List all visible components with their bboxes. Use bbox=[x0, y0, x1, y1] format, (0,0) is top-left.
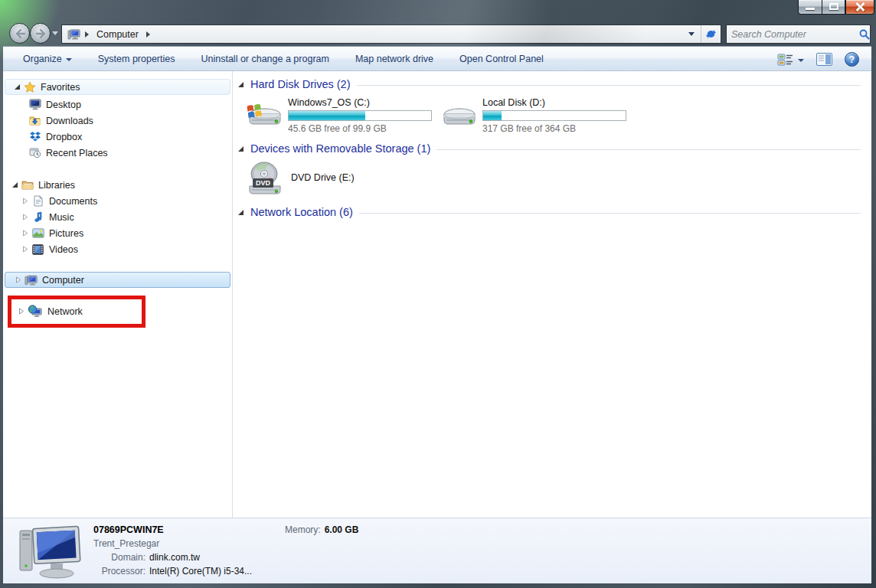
sidebar-item-recent-places[interactable]: Recent Places bbox=[28, 145, 108, 161]
forward-icon bbox=[35, 28, 47, 39]
expander-closed-icon[interactable] bbox=[21, 198, 29, 204]
close-button[interactable] bbox=[845, 0, 874, 15]
forward-button[interactable] bbox=[30, 23, 51, 44]
sidebar-label: Music bbox=[49, 212, 74, 223]
sidebar-item-dropbox[interactable]: Dropbox bbox=[28, 129, 82, 145]
views-icon bbox=[777, 53, 794, 67]
sidebar-item-computer[interactable]: Computer bbox=[5, 272, 230, 288]
map-network-drive-button[interactable]: Map network drive bbox=[348, 50, 441, 68]
sidebar-label: Favorites bbox=[41, 82, 80, 93]
music-note-icon bbox=[31, 211, 44, 224]
expander-closed-icon[interactable] bbox=[15, 276, 22, 283]
search-box bbox=[726, 24, 871, 44]
breadcrumb-segment-computer[interactable]: Computer bbox=[93, 29, 142, 40]
drive-free-space: 45.6 GB free of 99.9 GB bbox=[288, 123, 432, 134]
drive-item-d[interactable]: Local Disk (D:) 317 GB free of 364 GB bbox=[440, 97, 626, 134]
sidebar-item-videos[interactable]: Videos bbox=[21, 241, 78, 257]
expander-closed-icon[interactable] bbox=[21, 246, 29, 253]
libraries-folder-icon bbox=[21, 179, 34, 191]
annotation-red-box: Network bbox=[8, 296, 145, 328]
sidebar-item-downloads[interactable]: Downloads bbox=[28, 113, 93, 129]
drive-free-space: 317 GB free of 364 GB bbox=[482, 123, 626, 134]
group-title: Devices with Removable Storage (1) bbox=[250, 142, 430, 155]
open-control-panel-button[interactable]: Open Control Panel bbox=[452, 50, 551, 68]
window-controls bbox=[798, 0, 874, 15]
computer-owner: Trent_Prestegar bbox=[93, 538, 159, 549]
sidebar-item-documents[interactable]: Documents bbox=[21, 193, 97, 209]
desktop-icon bbox=[28, 99, 41, 111]
sidebar-item-pictures[interactable]: Pictures bbox=[21, 225, 83, 241]
group-header-removable-storage[interactable]: Devices with Removable Storage (1) bbox=[237, 142, 861, 155]
maximize-button[interactable] bbox=[822, 0, 845, 15]
organize-button[interactable]: Organize bbox=[15, 50, 80, 68]
group-title: Network Location (6) bbox=[250, 206, 353, 218]
memory-label: Memory: bbox=[285, 524, 321, 535]
help-icon: ? bbox=[849, 54, 855, 65]
group-rule bbox=[436, 149, 861, 150]
drive-item-c[interactable]: Windows7_OS (C:) 45.6 GB free of 99.9 GB bbox=[245, 97, 432, 134]
chevron-down-icon bbox=[66, 58, 72, 61]
sidebar-label: Desktop bbox=[46, 100, 81, 110]
computer-name: 07869PCWIN7E bbox=[93, 524, 164, 535]
capacity-bar bbox=[288, 110, 432, 121]
recent-pages-chevron-icon[interactable] bbox=[52, 31, 58, 35]
sidebar-item-music[interactable]: Music bbox=[21, 209, 74, 225]
expander-open-icon bbox=[237, 209, 244, 216]
sidebar-label: Documents bbox=[49, 196, 97, 207]
sidebar-label: Recent Places bbox=[46, 148, 108, 158]
sidebar-item-libraries[interactable]: Libraries bbox=[3, 177, 75, 193]
processor-label: Processor: bbox=[93, 566, 145, 577]
group-header-hard-disk-drives[interactable]: Hard Disk Drives (2) bbox=[237, 78, 861, 90]
sidebar-label: Pictures bbox=[49, 228, 83, 239]
preview-pane-button[interactable] bbox=[816, 53, 832, 66]
preview-pane-icon bbox=[816, 53, 832, 66]
expander-closed-icon[interactable] bbox=[21, 214, 29, 220]
hard-drive-icon bbox=[440, 97, 476, 129]
change-view-button[interactable] bbox=[777, 53, 804, 67]
search-input[interactable] bbox=[727, 29, 859, 40]
back-icon bbox=[15, 28, 26, 39]
search-button[interactable] bbox=[859, 29, 870, 40]
group-rule bbox=[357, 85, 861, 86]
dropbox-icon bbox=[28, 131, 41, 143]
group-rule bbox=[359, 213, 861, 214]
expander-open-icon[interactable] bbox=[11, 181, 18, 188]
minimize-icon bbox=[806, 8, 815, 10]
breadcrumb: Computer bbox=[62, 28, 682, 41]
star-icon bbox=[23, 81, 36, 93]
expander-open-icon[interactable] bbox=[13, 83, 21, 90]
sidebar-item-favorites[interactable]: Favorites bbox=[5, 79, 230, 95]
back-button[interactable] bbox=[9, 23, 30, 44]
address-dropdown-icon bbox=[688, 32, 695, 36]
dvd-drive-item[interactable]: DVD DVD Drive (E:) bbox=[245, 158, 355, 197]
organize-label: Organize bbox=[23, 54, 62, 64]
breadcrumb-arrow-icon[interactable] bbox=[146, 31, 150, 38]
domain-value: dlink.com.tw bbox=[149, 552, 200, 563]
uninstall-program-button[interactable]: Uninstall or change a program bbox=[193, 50, 336, 68]
refresh-button[interactable] bbox=[701, 25, 721, 43]
drive-name: Windows7_OS (C:) bbox=[288, 97, 432, 108]
memory-row: Memory: 6.00 GB bbox=[285, 524, 358, 535]
address-bar[interactable]: Computer bbox=[61, 24, 721, 44]
map-network-drive-label: Map network drive bbox=[355, 54, 433, 64]
expander-closed-icon[interactable] bbox=[18, 308, 25, 315]
help-button[interactable]: ? bbox=[845, 52, 859, 67]
navigation-pane: Favorites Desktop Downloads Dropbox bbox=[3, 71, 232, 518]
uninstall-label: Uninstall or change a program bbox=[201, 54, 328, 64]
address-dropdown-button[interactable] bbox=[682, 25, 701, 43]
minimize-button[interactable] bbox=[798, 0, 822, 15]
group-header-network-location[interactable]: Network Location (6) bbox=[237, 206, 861, 218]
sidebar-item-network[interactable]: Network bbox=[13, 303, 143, 319]
details-pane: 07869PCWIN7E Trent_Prestegar Domain: dli… bbox=[3, 518, 871, 583]
domain-label: Domain: bbox=[93, 552, 145, 563]
document-icon bbox=[31, 195, 44, 207]
drive-name: Local Disk (D:) bbox=[482, 97, 626, 108]
network-globe-icon bbox=[28, 305, 43, 318]
sidebar-label: Network bbox=[47, 306, 83, 317]
open-control-panel-label: Open Control Panel bbox=[459, 54, 544, 64]
expander-closed-icon[interactable] bbox=[21, 230, 29, 237]
breadcrumb-arrow-icon[interactable] bbox=[85, 31, 89, 38]
system-properties-button[interactable]: System properties bbox=[90, 50, 183, 68]
sidebar-item-desktop[interactable]: Desktop bbox=[28, 96, 81, 113]
processor-value: Intel(R) Core(TM) i5-34... bbox=[149, 566, 252, 577]
